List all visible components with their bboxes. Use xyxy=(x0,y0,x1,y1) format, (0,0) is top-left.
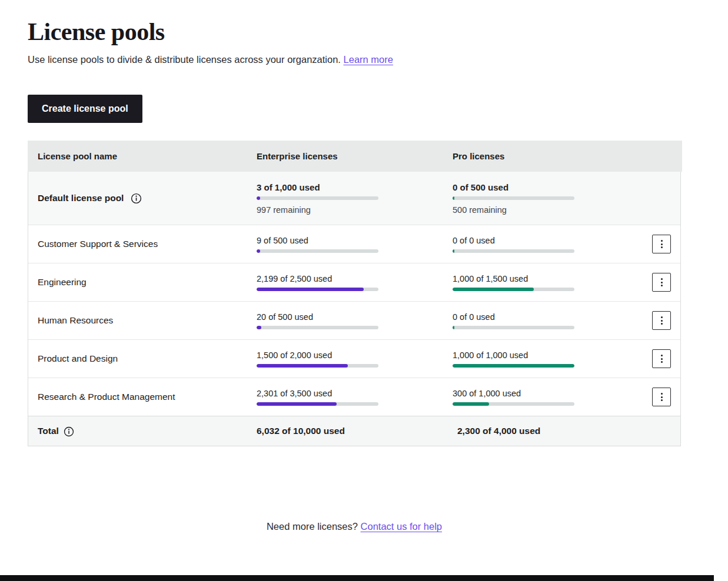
row-kebab-menu-button[interactable] xyxy=(652,311,671,330)
enterprise-progress-bar xyxy=(257,249,378,253)
pro-progress-fill xyxy=(453,249,454,253)
table-row: Human Resources20 of 500 used0 of 0 used xyxy=(28,301,680,339)
page-title: License pools xyxy=(28,18,709,46)
info-icon[interactable] xyxy=(64,426,74,437)
enterprise-progress-bar xyxy=(257,326,378,329)
enterprise-usage-label: 3 of 1,000 used xyxy=(257,182,453,192)
pro-usage-label: 0 of 0 used xyxy=(453,236,642,245)
kebab-dot xyxy=(661,323,663,325)
pool-name: Customer Support & Services xyxy=(38,239,158,249)
main-content: License pools Use license pools to divid… xyxy=(0,0,709,532)
kebab-dot xyxy=(661,361,663,363)
table-header-row: License pool name Enterprise licenses Pr… xyxy=(28,141,682,172)
enterprise-progress-bar xyxy=(257,364,378,368)
pro-progress-bar xyxy=(453,326,574,329)
pro-progress-bar xyxy=(453,402,574,406)
table-body: Default license pool3 of 1,000 used997 r… xyxy=(28,172,680,416)
pro-licenses-cell: 0 of 500 used500 remaining xyxy=(453,182,642,215)
learn-more-link[interactable]: Learn more xyxy=(344,54,393,65)
footer-help: Need more licenses? Contact us for help xyxy=(28,521,681,532)
kebab-dot xyxy=(661,358,663,360)
subtitle-text: Use license pools to divide & distribute… xyxy=(28,54,341,65)
enterprise-usage-label: 2,301 of 3,500 used xyxy=(257,389,453,398)
contact-us-link[interactable]: Contact us for help xyxy=(361,521,443,532)
pro-licenses-cell: 0 of 0 used xyxy=(453,236,642,253)
kebab-dot xyxy=(661,243,663,245)
total-row: Total 6,032 of 10,000 used 2,300 of 4,00… xyxy=(28,416,680,446)
enterprise-remaining-label: 997 remaining xyxy=(257,205,453,215)
pro-usage-label: 1,000 of 1,000 used xyxy=(453,350,642,360)
create-license-pool-button[interactable]: Create license pool xyxy=(28,95,142,123)
enterprise-progress-bar xyxy=(257,402,378,406)
row-kebab-menu-button[interactable] xyxy=(652,273,671,292)
row-menu-cell xyxy=(642,349,681,368)
footer-text: Need more licenses? xyxy=(267,521,358,532)
table-row: Product and Design1,500 of 2,000 used1,0… xyxy=(28,339,680,378)
pro-usage-label: 300 of 1,000 used xyxy=(453,389,642,398)
pool-name-cell: Product and Design xyxy=(28,353,257,364)
row-menu-cell xyxy=(642,235,681,253)
table-row: Customer Support & Services9 of 500 used… xyxy=(28,225,680,263)
enterprise-usage-label: 20 of 500 used xyxy=(257,312,453,322)
enterprise-progress-bar xyxy=(257,288,378,291)
pro-progress-bar xyxy=(453,364,574,368)
row-menu-cell xyxy=(642,311,681,330)
enterprise-usage-label: 2,199 of 2,500 used xyxy=(257,274,453,283)
pool-name-cell: Engineering xyxy=(28,277,257,288)
pool-name: Product and Design xyxy=(38,353,118,364)
kebab-dot xyxy=(661,393,663,395)
pro-progress-bar xyxy=(453,196,574,200)
enterprise-progress-fill xyxy=(257,402,337,406)
pro-progress-fill xyxy=(453,402,489,406)
enterprise-progress-fill xyxy=(257,196,260,200)
bottom-bar xyxy=(0,575,714,581)
total-enterprise-usage: 6,032 of 10,000 used xyxy=(257,426,453,436)
enterprise-licenses-cell: 20 of 500 used xyxy=(257,312,453,329)
pool-name: Engineering xyxy=(38,277,87,288)
enterprise-licenses-cell: 1,500 of 2,000 used xyxy=(257,350,453,368)
kebab-dot xyxy=(661,285,663,286)
kebab-dot xyxy=(661,316,663,318)
license-pool-table: License pool name Enterprise licenses Pr… xyxy=(28,141,681,446)
table-row: Research & Product Management2,301 of 3,… xyxy=(28,378,680,416)
enterprise-licenses-cell: 3 of 1,000 used997 remaining xyxy=(257,182,453,215)
row-menu-cell xyxy=(642,273,681,292)
column-header-pro: Pro licenses xyxy=(453,151,642,161)
pro-licenses-cell: 0 of 0 used xyxy=(453,312,642,329)
enterprise-licenses-cell: 9 of 500 used xyxy=(257,236,453,253)
kebab-dot xyxy=(661,278,663,280)
pool-name-cell: Customer Support & Services xyxy=(28,239,257,249)
row-kebab-menu-button[interactable] xyxy=(652,388,671,406)
enterprise-progress-bar xyxy=(257,196,378,200)
kebab-dot xyxy=(661,399,663,401)
pro-licenses-cell: 1,000 of 1,500 used xyxy=(453,274,642,291)
enterprise-usage-label: 1,500 of 2,000 used xyxy=(257,350,453,360)
row-kebab-menu-button[interactable] xyxy=(652,349,671,368)
enterprise-licenses-cell: 2,301 of 3,500 used xyxy=(257,389,453,406)
table-row: Engineering2,199 of 2,500 used1,000 of 1… xyxy=(28,263,680,301)
table-row: Default license pool3 of 1,000 used997 r… xyxy=(28,172,680,225)
total-pro-usage: 2,300 of 4,000 used xyxy=(453,426,642,436)
pro-licenses-cell: 300 of 1,000 used xyxy=(453,389,642,406)
row-kebab-menu-button[interactable] xyxy=(652,235,671,253)
pool-name-cell: Default license pool xyxy=(28,192,257,204)
enterprise-usage-label: 9 of 500 used xyxy=(257,236,453,245)
pro-usage-label: 1,000 of 1,500 used xyxy=(453,274,642,283)
pro-progress-fill xyxy=(453,196,454,200)
page-subtitle: Use license pools to divide & distribute… xyxy=(28,54,709,65)
enterprise-progress-fill xyxy=(257,326,261,329)
pro-usage-label: 0 of 500 used xyxy=(453,182,642,192)
pool-name-cell: Human Resources xyxy=(28,315,257,326)
total-label: Total xyxy=(38,426,59,436)
pool-name-cell: Research & Product Management xyxy=(28,392,257,402)
pro-usage-label: 0 of 0 used xyxy=(453,312,642,322)
pool-name: Human Resources xyxy=(38,315,113,326)
info-icon[interactable] xyxy=(131,193,142,204)
enterprise-licenses-cell: 2,199 of 2,500 used xyxy=(257,274,453,291)
kebab-dot xyxy=(661,246,663,248)
kebab-dot xyxy=(661,282,663,283)
pro-progress-bar xyxy=(453,249,574,253)
enterprise-progress-fill xyxy=(257,249,260,253)
column-header-enterprise: Enterprise licenses xyxy=(257,151,453,161)
pool-name: Research & Product Management xyxy=(38,392,175,402)
